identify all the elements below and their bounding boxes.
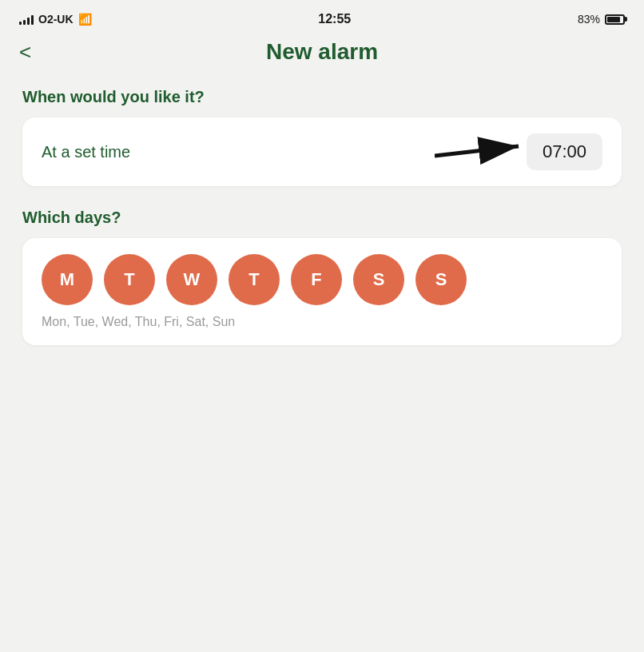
status-left: O2-UK 📶 xyxy=(19,13,92,26)
battery-percentage: 83% xyxy=(578,13,600,26)
days-subtitle: Mon, Tue, Wed, Thu, Fri, Sat, Sun xyxy=(42,315,602,329)
header: < New alarm xyxy=(0,35,644,75)
battery-fill xyxy=(607,17,620,22)
day-friday[interactable]: F xyxy=(291,254,342,305)
main-content: When would you like it? At a set time 07… xyxy=(0,75,644,380)
time-value[interactable]: 07:00 xyxy=(527,133,602,170)
time-card: At a set time 07:00 xyxy=(22,117,622,186)
battery-icon xyxy=(605,14,625,25)
back-button[interactable]: < xyxy=(19,42,31,62)
day-thursday[interactable]: T xyxy=(229,254,280,305)
days-card: M T W T F S S Mon, Tue, Wed, Thu, Fri, S… xyxy=(22,238,622,345)
which-days-label: Which days? xyxy=(22,209,622,227)
day-wednesday[interactable]: W xyxy=(166,254,217,305)
status-bar: O2-UK 📶 12:55 83% xyxy=(0,0,644,35)
svg-line-1 xyxy=(435,146,519,156)
status-right: 83% xyxy=(578,13,625,26)
time-row: At a set time 07:00 xyxy=(42,133,602,170)
carrier-label: O2-UK xyxy=(38,13,74,26)
day-tuesday[interactable]: T xyxy=(104,254,155,305)
day-saturday[interactable]: S xyxy=(353,254,404,305)
wifi-icon: 📶 xyxy=(78,13,92,26)
time-option-label: At a set time xyxy=(42,143,130,161)
day-sunday[interactable]: S xyxy=(415,254,467,305)
arrow-annotation xyxy=(435,132,531,172)
day-monday[interactable]: M xyxy=(42,254,93,305)
status-time: 12:55 xyxy=(318,12,351,26)
when-section-label: When would you like it? xyxy=(22,88,622,106)
signal-icon xyxy=(19,14,34,25)
page-title: New alarm xyxy=(266,39,378,65)
days-row: M T W T F S S xyxy=(42,254,602,305)
